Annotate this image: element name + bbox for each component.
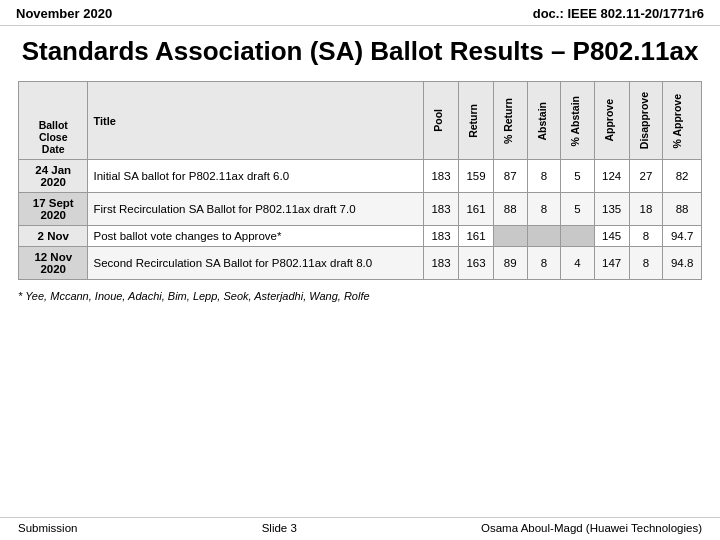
main-title: Standards Association (SA) Ballot Result…	[0, 26, 720, 81]
table-cell-pct_return: 89	[493, 247, 527, 280]
table-cell-disapprove: 18	[629, 193, 663, 226]
table-cell-disapprove: 8	[629, 247, 663, 280]
table-cell-title: First Recirculation SA Ballot for P802.1…	[88, 193, 424, 226]
table-cell-date: 2 Nov	[19, 226, 88, 247]
col-header-title: Title	[88, 82, 424, 160]
table-cell-return: 161	[459, 193, 494, 226]
table-cell-approve: 145	[594, 226, 629, 247]
col-header-pct-return: % Return	[493, 82, 527, 160]
table-cell-disapprove: 8	[629, 226, 663, 247]
table-cell-pool: 183	[424, 226, 459, 247]
table-cell-title: Post ballot vote changes to Approve*	[88, 226, 424, 247]
table-cell-date: 12 Nov 2020	[19, 247, 88, 280]
table-cell-pct_abstain: 5	[561, 193, 595, 226]
col-header-return: Return	[459, 82, 494, 160]
table-cell-pct_abstain: 4	[561, 247, 595, 280]
table-cell-pct_approve: 94.7	[663, 226, 702, 247]
table-cell-approve: 135	[594, 193, 629, 226]
table-cell-abstain: 8	[527, 193, 561, 226]
col-header-disapprove: Disapprove	[629, 82, 663, 160]
table-cell-abstain: 8	[527, 160, 561, 193]
header-right: doc.: IEEE 802.11-20/1771r6	[533, 6, 704, 21]
footer-bar: Submission Slide 3 Osama Aboul-Magd (Hua…	[0, 517, 720, 534]
table-wrap: BallotCloseDate Title Pool Return % Retu…	[0, 81, 720, 280]
table-cell-pct_approve: 88	[663, 193, 702, 226]
table-cell-abstain: 8	[527, 247, 561, 280]
col-header-pct-approve: % Approve	[663, 82, 702, 160]
table-cell-pct_return	[493, 226, 527, 247]
table-cell-title: Second Recirculation SA Ballot for P802.…	[88, 247, 424, 280]
table-cell-pct_approve: 94.8	[663, 247, 702, 280]
table-cell-pool: 183	[424, 193, 459, 226]
col-header-approve: Approve	[594, 82, 629, 160]
header-left: November 2020	[16, 6, 112, 21]
table-cell-approve: 124	[594, 160, 629, 193]
table-cell-return: 159	[459, 160, 494, 193]
header-bar: November 2020 doc.: IEEE 802.11-20/1771r…	[0, 0, 720, 26]
table-cell-approve: 147	[594, 247, 629, 280]
footer-left: Submission	[18, 522, 77, 534]
footer-center: Slide 3	[262, 522, 297, 534]
col-header-abstain: Abstain	[527, 82, 561, 160]
table-cell-pool: 183	[424, 160, 459, 193]
footnote: * Yee, Mccann, Inoue, Adachi, Bim, Lepp,…	[0, 280, 720, 306]
table-cell-date: 24 Jan 2020	[19, 160, 88, 193]
table-cell-pct_approve: 82	[663, 160, 702, 193]
table-cell-abstain	[527, 226, 561, 247]
table-cell-pool: 183	[424, 247, 459, 280]
table-cell-pct_abstain: 5	[561, 160, 595, 193]
table-cell-return: 161	[459, 226, 494, 247]
table-cell-pct_abstain	[561, 226, 595, 247]
table-cell-pct_return: 88	[493, 193, 527, 226]
footer-right: Osama Aboul-Magd (Huawei Technologies)	[481, 522, 702, 534]
table-cell-pct_return: 87	[493, 160, 527, 193]
col-header-pct-abstain: % Abstain	[561, 82, 595, 160]
results-table: BallotCloseDate Title Pool Return % Retu…	[18, 81, 702, 280]
table-cell-return: 163	[459, 247, 494, 280]
table-cell-title: Initial SA ballot for P802.11ax draft 6.…	[88, 160, 424, 193]
col-header-date: BallotCloseDate	[19, 82, 88, 160]
table-cell-disapprove: 27	[629, 160, 663, 193]
table-cell-date: 17 Sept 2020	[19, 193, 88, 226]
col-header-pool: Pool	[424, 82, 459, 160]
